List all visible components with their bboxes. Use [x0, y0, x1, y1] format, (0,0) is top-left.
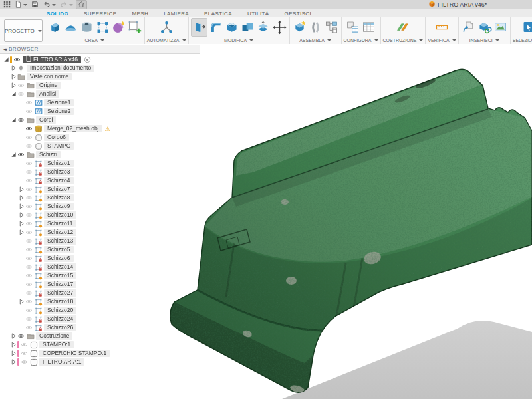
- new-component-button[interactable]: [292, 19, 307, 36]
- browser-item-label[interactable]: Analisi: [36, 90, 59, 98]
- collapse-arrow-icon[interactable]: [10, 350, 17, 356]
- browser-item-label[interactable]: Schizzo9: [44, 203, 74, 210]
- joint-button[interactable]: [308, 19, 323, 36]
- save-button[interactable]: [30, 1, 40, 9]
- visibility-eye-icon[interactable]: [25, 221, 35, 227]
- browser-item-label[interactable]: Schizzo4: [44, 177, 74, 184]
- visibility-eye-icon[interactable]: [25, 195, 35, 201]
- measure-button[interactable]: [434, 19, 450, 36]
- visibility-eye-icon[interactable]: [25, 247, 35, 253]
- visibility-eye-icon[interactable]: [25, 100, 35, 106]
- browser-item-label[interactable]: Viste con nome: [27, 73, 72, 80]
- revolve-button[interactable]: [63, 19, 78, 36]
- browser-item-label[interactable]: Costruzione: [36, 332, 72, 340]
- collapse-arrow-icon[interactable]: [18, 195, 25, 201]
- fillet-button[interactable]: [208, 19, 223, 36]
- visibility-eye-icon[interactable]: [25, 143, 35, 149]
- expand-arrow-icon[interactable]: [10, 117, 17, 123]
- tab-superfice[interactable]: SUPERFICE: [84, 11, 116, 17]
- visibility-eye-icon[interactable]: [21, 359, 30, 365]
- browser-item-label[interactable]: Sezione2: [44, 108, 74, 115]
- browser-item-label[interactable]: Schizzo12: [44, 229, 76, 236]
- combine-button[interactable]: [240, 19, 255, 36]
- visibility-eye-icon[interactable]: [25, 281, 35, 287]
- move-button[interactable]: [272, 19, 287, 36]
- browser-item-label[interactable]: Corpo6: [44, 134, 69, 141]
- group-dropdown-automatizza[interactable]: AUTOMATIZZA: [147, 37, 186, 43]
- visibility-eye-icon[interactable]: [25, 186, 35, 192]
- configure-button[interactable]: [345, 19, 360, 36]
- visibility-eye-icon[interactable]: [25, 203, 35, 209]
- collapse-arrow-icon[interactable]: [18, 229, 25, 235]
- browser-item-label[interactable]: Schizzo17: [44, 281, 76, 288]
- group-dropdown-inserisci[interactable]: INSERISCI: [469, 37, 499, 43]
- collapse-arrow-icon[interactable]: [10, 333, 17, 339]
- group-dropdown-costruzione[interactable]: COSTRUZIONE: [383, 37, 424, 43]
- browser-item-label[interactable]: Sezione1: [44, 99, 74, 106]
- browser-item-label[interactable]: Schizzo11: [44, 220, 76, 227]
- browser-item-label[interactable]: Origine: [36, 82, 61, 89]
- collapse-arrow-icon[interactable]: [18, 186, 25, 192]
- visibility-eye-icon[interactable]: [17, 91, 27, 97]
- visibility-eye-icon[interactable]: [21, 350, 30, 356]
- visibility-eye-icon[interactable]: [25, 255, 35, 261]
- visibility-eye-icon[interactable]: [25, 238, 35, 244]
- visibility-eye-icon[interactable]: [25, 316, 35, 322]
- browser-item-label[interactable]: Schizzo10: [44, 211, 76, 219]
- pattern-button[interactable]: [95, 19, 110, 36]
- visibility-eye-icon[interactable]: [25, 307, 35, 313]
- derive-button[interactable]: [461, 19, 476, 36]
- browser-item-label[interactable]: Impostazioni documento: [27, 65, 94, 72]
- visibility-eye-icon[interactable]: [25, 108, 35, 114]
- rigid-group-button[interactable]: [324, 19, 339, 36]
- browser-item-label[interactable]: Schizzo18: [44, 298, 76, 305]
- visibility-eye-icon[interactable]: [17, 333, 27, 339]
- tab-utilit[interactable]: UTILITÀ: [247, 11, 269, 17]
- press-pull-button[interactable]: [191, 18, 207, 37]
- expand-arrow-icon[interactable]: [10, 152, 17, 158]
- visibility-eye-icon[interactable]: [25, 169, 35, 175]
- browser-item-label[interactable]: Merge_02_mesh.obj: [44, 125, 102, 132]
- browser-item-label[interactable]: Schizzo14: [44, 263, 76, 271]
- browser-item-label[interactable]: Schizzo15: [44, 272, 76, 279]
- tab-plastica[interactable]: PLASTICA: [204, 11, 232, 17]
- visibility-eye-icon[interactable]: [25, 290, 35, 296]
- create-sketch-button[interactable]: [127, 19, 142, 36]
- tab-solido[interactable]: SOLIDO: [47, 11, 68, 17]
- expand-arrow-icon[interactable]: [3, 57, 10, 63]
- tab-lamiera[interactable]: LAMIERA: [164, 11, 189, 17]
- activate-component-radio[interactable]: [84, 56, 91, 63]
- group-dropdown-modifica[interactable]: MODIFICA: [224, 37, 253, 43]
- file-new-button[interactable]: [13, 1, 29, 9]
- collapse-arrow-icon[interactable]: [10, 359, 17, 365]
- group-dropdown-crea[interactable]: CREA: [85, 37, 104, 43]
- browser-item-label[interactable]: Schizzo7: [44, 186, 74, 193]
- visibility-eye-icon[interactable]: [17, 152, 27, 158]
- group-dropdown-verifica[interactable]: VERIFICA: [428, 37, 456, 43]
- visibility-eye-icon[interactable]: [17, 117, 27, 123]
- browser-item-label[interactable]: Corpi: [36, 116, 56, 124]
- group-dropdown-assembla[interactable]: ASSEMBLA: [299, 37, 331, 43]
- shell-button[interactable]: [224, 19, 239, 36]
- browser-item-label[interactable]: Schizzo26: [44, 324, 76, 331]
- app-grid-button[interactable]: [2, 1, 12, 9]
- visibility-eye-icon[interactable]: [25, 126, 35, 132]
- group-dropdown-seleziona[interactable]: SELEZIONA: [513, 37, 532, 43]
- browser-item-label[interactable]: Schizzo13: [44, 237, 76, 245]
- select-button[interactable]: [521, 19, 532, 36]
- collapse-arrow-icon[interactable]: [10, 342, 17, 348]
- extrude-button[interactable]: [47, 19, 63, 36]
- expand-arrow-icon[interactable]: [10, 91, 17, 97]
- collapse-arrow-icon[interactable]: [18, 203, 25, 209]
- project-dropdown[interactable]: PROGETTO: [4, 19, 43, 42]
- visibility-eye-icon[interactable]: [25, 325, 35, 331]
- home-button[interactable]: [76, 0, 87, 9]
- collapse-arrow-icon[interactable]: [18, 212, 25, 218]
- visibility-eye-icon[interactable]: [25, 160, 35, 166]
- browser-item-label[interactable]: Schizzo8: [44, 194, 74, 201]
- browser-item-label[interactable]: Schizzo3: [44, 168, 74, 176]
- construction-plane-button[interactable]: [395, 19, 410, 36]
- visibility-eye-icon[interactable]: [13, 57, 23, 63]
- browser-item-label[interactable]: STAMPO:1: [39, 341, 74, 348]
- browser-item-label[interactable]: FILTRO ARIA:1: [39, 358, 84, 366]
